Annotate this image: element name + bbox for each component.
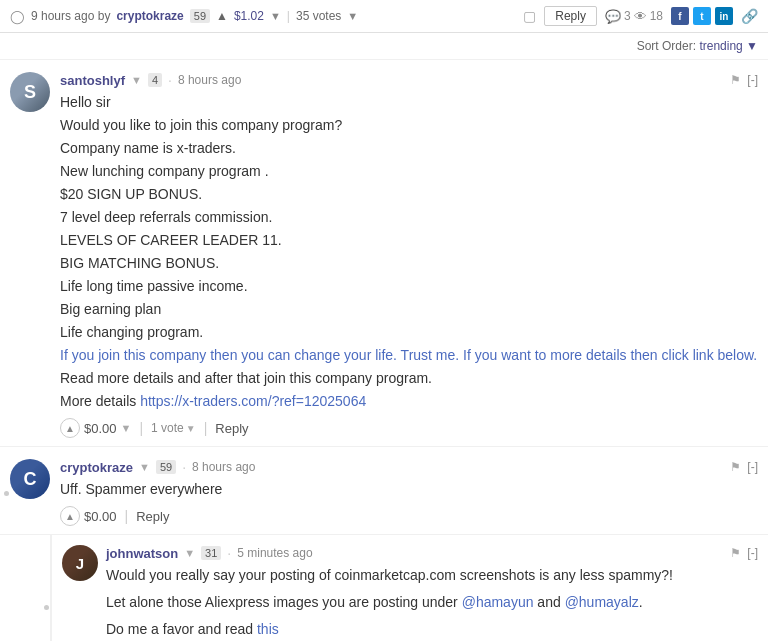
john-text-2: Let alone those Aliexpress images you ar… <box>106 594 462 610</box>
clock-icon: ◯ <box>10 9 25 24</box>
comment-rep-santoshlyf: 4 <box>148 73 162 87</box>
hide-button-johnwatson[interactable]: [-] <box>747 546 758 560</box>
john-text-1: Would you really say your posting of coi… <box>106 567 673 583</box>
avatar-cryptokraze: C <box>10 459 50 499</box>
payout-down-icon: ▼ <box>270 10 281 22</box>
vote-count-santoshlyf[interactable]: 1 vote ▼ <box>151 421 196 435</box>
payout-down-icon-santoshlyf: ▼ <box>121 422 132 434</box>
vote-count-chevron: ▼ <box>186 423 196 434</box>
sort-value[interactable]: trending ▼ <box>699 39 758 53</box>
john-and: and <box>533 594 564 610</box>
comment-text-johnwatson: Would you really say your posting of coi… <box>106 565 758 640</box>
mention2-link[interactable]: @humayalz <box>565 594 639 610</box>
post-author-link[interactable]: cryptokraze <box>116 9 183 23</box>
author-rep-badge: 59 <box>190 9 210 23</box>
comment-header-johnwatson: johnwatson ▼ 31 · 5 minutes ago ⚑ [-] <box>106 545 758 561</box>
vote-section-santoshlyf: ▲ $0.00 ▼ <box>60 418 131 438</box>
linkedin-icon[interactable]: in <box>715 7 733 25</box>
comment-rep-johnwatson: 31 <box>201 546 221 560</box>
social-icons: f t in <box>671 7 733 25</box>
comment-sub-inner-johnwatson: J johnwatson ▼ 31 · 5 minutes ago ⚑ [-] <box>52 535 768 641</box>
more-details-link[interactable]: https://x-traders.com/?ref=12025064 <box>140 393 366 409</box>
dot-indicator-johnwatson <box>44 605 49 610</box>
comment-body-santoshlyf: santoshlyf ▼ 4 · 8 hours ago ⚑ [-] Hello… <box>60 72 758 438</box>
comment-nested-johnwatson: J johnwatson ▼ 31 · 5 minutes ago ⚑ [-] <box>50 535 768 641</box>
upvote-button-santoshlyf[interactable]: ▲ <box>60 418 80 438</box>
spammer-text: Uff. Spammer everywhere <box>60 479 758 500</box>
top-bar: ◯ 9 hours ago by cryptokraze 59 ▲ $1.02 … <box>0 0 768 33</box>
twitter-icon[interactable]: t <box>693 7 711 25</box>
comment-santoshlyf: S santoshlyf ▼ 4 · 8 hours ago ⚑ [-] <box>0 60 768 447</box>
sort-chevron: ▼ <box>746 39 758 53</box>
top-bar-right: ▢ Reply 💬 3 👁 18 f t in 🔗 <box>523 6 758 26</box>
avatar-johnwatson: J <box>62 545 98 581</box>
comment-author-cryptokraze[interactable]: cryptokraze <box>60 460 133 475</box>
comments-count: 3 <box>624 9 631 23</box>
expand-icon: ▢ <box>523 8 536 24</box>
dot-indicator-cryptokraze <box>4 491 9 496</box>
payout-amount: $1.02 <box>234 9 264 23</box>
comment-body-johnwatson: johnwatson ▼ 31 · 5 minutes ago ⚑ [-] Wo… <box>106 545 758 641</box>
payout-up-icon: ▲ <box>216 9 228 23</box>
vote-section-cryptokraze: ▲ $0.00 <box>60 506 117 526</box>
avatar-santoshlyf: S <box>10 72 50 112</box>
comment-rep-cryptokraze: 59 <box>156 460 176 474</box>
page-wrapper: ◯ 9 hours ago by cryptokraze 59 ▲ $1.02 … <box>0 0 768 641</box>
mention1-link[interactable]: @hamayun <box>462 594 534 610</box>
comment-body-cryptokraze: cryptokraze ▼ 59 · 8 hours ago ⚑ [-] Uff… <box>60 459 758 526</box>
top-bar-left: ◯ 9 hours ago by cryptokraze 59 ▲ $1.02 … <box>10 9 515 24</box>
john-period: . <box>639 594 643 610</box>
sort-label: Sort Order: <box>637 39 696 53</box>
highlight-text-santoshlyf: If you join this company then you can ch… <box>60 345 758 366</box>
comment-text-cryptokraze: Uff. Spammer everywhere <box>60 479 758 500</box>
reply-button-cryptokraze[interactable]: Reply <box>136 509 169 524</box>
hide-button-cryptokraze[interactable]: [-] <box>747 460 758 474</box>
comment-header-santoshlyf: santoshlyf ▼ 4 · 8 hours ago ⚑ [-] <box>60 72 758 88</box>
eye-icon: 👁 <box>634 9 647 24</box>
hide-button-santoshlyf[interactable]: [-] <box>747 73 758 87</box>
comment-header-cryptokraze: cryptokraze ▼ 59 · 8 hours ago ⚑ [-] <box>60 459 758 475</box>
payout-cryptokraze: $0.00 <box>84 509 117 524</box>
post-time: 9 hours ago by <box>31 9 110 23</box>
comment-cryptokraze: C cryptokraze ▼ 59 · 8 hours ago ⚑ [-] <box>0 447 768 535</box>
more-details-label: More details <box>60 393 136 409</box>
john-text-3: Do me a favor and read <box>106 621 257 637</box>
payout-santoshlyf: $0.00 <box>84 421 117 436</box>
read-more-text: Read more details and after that join th… <box>60 368 758 389</box>
views-count: 18 <box>650 9 663 23</box>
votes-count: 35 votes <box>296 9 341 23</box>
comment-footer-cryptokraze: ▲ $0.00 | Reply <box>60 506 758 526</box>
flag-icon-santoshlyf[interactable]: ⚑ <box>730 73 741 87</box>
author-chevron-cryptokraze: ▼ <box>139 461 150 473</box>
bubble-icon: 💬 <box>605 9 621 24</box>
flag-icon-cryptokraze[interactable]: ⚑ <box>730 460 741 474</box>
comment-footer-santoshlyf: ▲ $0.00 ▼ | 1 vote ▼ | Reply <box>60 418 758 438</box>
comment-time-johnwatson: 5 minutes ago <box>237 546 312 560</box>
flag-icon-johnwatson[interactable]: ⚑ <box>730 546 741 560</box>
upvote-button-cryptokraze[interactable]: ▲ <box>60 506 80 526</box>
comment-time-santoshlyf: 8 hours ago <box>178 73 241 87</box>
comment-author-johnwatson[interactable]: johnwatson <box>106 546 178 561</box>
comment-time-cryptokraze: 8 hours ago <box>192 460 255 474</box>
comments-section: S santoshlyf ▼ 4 · 8 hours ago ⚑ [-] <box>0 60 768 641</box>
comment-author-santoshlyf[interactable]: santoshlyf <box>60 73 125 88</box>
read-this-link[interactable]: this <box>257 621 279 637</box>
reply-button-santoshlyf[interactable]: Reply <box>215 421 248 436</box>
link-icon[interactable]: 🔗 <box>741 8 758 24</box>
author-chevron-santoshlyf: ▼ <box>131 74 142 86</box>
comment-text-santoshlyf: Hello sir Would you like to join this co… <box>60 92 758 412</box>
votes-down-icon: ▼ <box>347 10 358 22</box>
sort-bar: Sort Order: trending ▼ <box>0 33 768 60</box>
top-reply-button[interactable]: Reply <box>544 6 597 26</box>
facebook-icon[interactable]: f <box>671 7 689 25</box>
author-chevron-johnwatson: ▼ <box>184 547 195 559</box>
